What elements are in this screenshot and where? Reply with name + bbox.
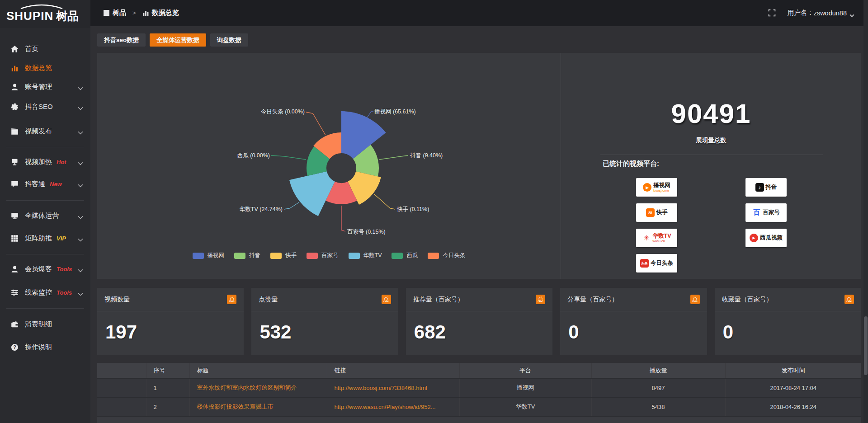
- video-url-link[interactable]: http://www.wasu.cn/Play/show/id/952...: [335, 404, 436, 410]
- sidebar-item-6[interactable]: 视频加热Hot: [0, 153, 90, 170]
- page-scrollbar[interactable]: [863, 0, 868, 423]
- column-header[interactable]: 链接: [327, 363, 459, 378]
- chevron-down-icon[interactable]: [78, 181, 83, 185]
- sidebar-divider: [6, 254, 84, 254]
- legend-label: 华数TV: [363, 252, 382, 259]
- chevron-down-icon[interactable]: [78, 159, 83, 163]
- sidebar-item-7[interactable]: 抖客通New: [0, 175, 90, 193]
- fullscreen-icon[interactable]: [768, 9, 776, 17]
- column-header[interactable]: 播放量: [591, 363, 725, 378]
- sidebar-item-10[interactable]: 会员爆客Tools: [0, 260, 90, 277]
- legend-item-抖音[interactable]: 抖音: [234, 252, 260, 259]
- chevron-down-icon[interactable]: [78, 84, 83, 88]
- tab-1[interactable]: 抖音seo数据: [97, 33, 146, 47]
- stat-total-badge[interactable]: 总: [227, 295, 236, 304]
- legend-item-快手[interactable]: 快手: [270, 252, 297, 259]
- chevron-down-icon[interactable]: [78, 128, 83, 132]
- column-header[interactable]: 序号: [146, 363, 189, 378]
- logo[interactable]: SHUPIN 树品: [0, 0, 90, 28]
- stat-card-title: 点赞量: [259, 296, 278, 304]
- rose-pie-chart[interactable]: [97, 53, 561, 279]
- pie-label-line: [341, 206, 345, 231]
- video-title-link[interactable]: 室外水纹灯和室内水纹灯的区别和简介: [197, 384, 297, 391]
- tab-3[interactable]: 询盘数据: [210, 33, 248, 47]
- stat-card-title: 分享量（百家号）: [567, 296, 618, 304]
- stat-card-value: 0: [560, 311, 707, 343]
- legend-swatch: [428, 253, 439, 259]
- legend-label: 今日头条: [443, 252, 465, 259]
- app-root: SHUPIN 树品 首页数据总览账号管理抖音SEO视频发布视频加热Hot抖客通N…: [0, 0, 868, 423]
- username[interactable]: zswodun88: [814, 9, 847, 17]
- breadcrumb-root[interactable]: 树品: [113, 9, 126, 17]
- sidebar-item-3[interactable]: 账号管理: [0, 78, 90, 95]
- legend-item-今日头条[interactable]: 今日头条: [428, 252, 465, 259]
- legend-item-播视网[interactable]: 播视网: [193, 252, 225, 259]
- chevron-down-icon[interactable]: [78, 266, 83, 270]
- video-title-link[interactable]: 楼体投影灯投影效果震撼上市: [197, 403, 274, 410]
- stat-card-1: 视频数量总197: [97, 288, 244, 355]
- sidebar-item-12[interactable]: 消费明细: [0, 315, 90, 333]
- column-header[interactable]: 标题: [189, 363, 327, 378]
- sidebar-item-label: 数据总览: [25, 64, 52, 72]
- chevron-down-icon[interactable]: [78, 213, 83, 216]
- platform-card-百家号[interactable]: 百百家号: [745, 203, 787, 222]
- sidebar-item-badge: Tools: [57, 289, 72, 296]
- stat-card-header: 点赞量总: [251, 288, 398, 311]
- platform-name: 西瓜视频: [760, 235, 783, 241]
- sidebar-item-2[interactable]: 数据总览: [0, 59, 90, 76]
- scrollbar-thumb[interactable]: [864, 316, 868, 375]
- platform-card-西瓜视频[interactable]: ▶西瓜视频: [745, 229, 787, 247]
- sidebar-item-label: 会员爆客: [25, 265, 52, 273]
- legend-item-西瓜[interactable]: 西瓜: [392, 252, 418, 259]
- chevron-down-icon[interactable]: [78, 290, 83, 293]
- row-title: 楼体投影灯投影效果震撼上市: [189, 397, 327, 416]
- content-area: 抖音seo数据全媒体运营数据询盘数据 播视网抖音快手百家号华数TV西瓜今日头条 …: [90, 26, 868, 423]
- platform-card-播视网[interactable]: ▶播视网boosj.com: [636, 178, 677, 197]
- platform-card-快手[interactable]: 88快手: [636, 203, 677, 222]
- pie-slice-华数TV[interactable]: [289, 171, 335, 216]
- tab-2[interactable]: 全媒体运营数据: [150, 33, 206, 47]
- chevron-down-icon[interactable]: [849, 11, 854, 14]
- column-header[interactable]: 发布时间: [725, 363, 861, 378]
- pie-label-华数TV: 华数TV (24.74%): [240, 206, 283, 213]
- sidebar-item-9[interactable]: 矩阵助推VIP: [0, 230, 90, 247]
- legend-item-百家号[interactable]: 百家号: [307, 252, 339, 259]
- sidebar-item-5[interactable]: 视频发布: [0, 122, 90, 140]
- stat-total-badge[interactable]: 总: [844, 295, 854, 304]
- row-select-cell: [97, 397, 146, 416]
- sidebar-item-label: 操作说明: [25, 343, 52, 352]
- table-row-2: 2楼体投影灯投影效果震撼上市http://www.wasu.cn/Play/sh…: [97, 397, 861, 416]
- chevron-down-icon[interactable]: [78, 104, 83, 108]
- platform-name: 抖音: [766, 184, 777, 190]
- stat-total-badge[interactable]: 总: [690, 295, 700, 304]
- boosj-play-icon: ▶: [643, 183, 651, 192]
- sidebar-item-13[interactable]: ?操作说明: [0, 338, 90, 356]
- platform-card-华数TV[interactable]: ✳华数TVwasu.cn: [636, 229, 677, 247]
- stat-total-badge[interactable]: 总: [382, 295, 391, 304]
- summary-section: 90491 展现量总数 已统计的视频平台: ▶播视网boosj.com♪抖音88…: [561, 53, 861, 279]
- legend-swatch: [307, 253, 318, 259]
- column-header[interactable]: 平台: [459, 363, 591, 378]
- sidebar-item-8[interactable]: 全媒体运营: [0, 207, 90, 224]
- stat-total-badge[interactable]: 总: [536, 295, 545, 304]
- legend-item-华数TV[interactable]: 华数TV: [349, 252, 382, 259]
- stat-card-value: 197: [97, 311, 244, 343]
- home-icon: [11, 45, 19, 53]
- sidebar-item-11[interactable]: 线索监控Tools: [0, 284, 90, 301]
- video-icon: [11, 127, 19, 135]
- video-url-link[interactable]: http://www.boosj.com/7338468.html: [335, 385, 427, 391]
- platform-card-抖音[interactable]: ♪抖音: [745, 178, 787, 197]
- legend-swatch: [193, 253, 204, 259]
- breadcrumb-current[interactable]: 数据总览: [152, 9, 179, 17]
- monitor-icon: [11, 212, 19, 220]
- stat-card-value: 0: [715, 311, 861, 343]
- chat-icon: [11, 180, 19, 188]
- sidebar-item-4[interactable]: 抖音SEO: [0, 98, 90, 115]
- legend-label: 快手: [285, 252, 297, 259]
- stat-card-header: 推荐量（百家号）总: [406, 288, 552, 311]
- sidebar-item-1[interactable]: 首页: [0, 40, 90, 57]
- screen-icon: [11, 158, 19, 166]
- chevron-down-icon[interactable]: [78, 235, 83, 239]
- stat-card-title: 视频数量: [104, 296, 130, 304]
- platform-card-今日头条[interactable]: 头条今日头条: [636, 254, 677, 273]
